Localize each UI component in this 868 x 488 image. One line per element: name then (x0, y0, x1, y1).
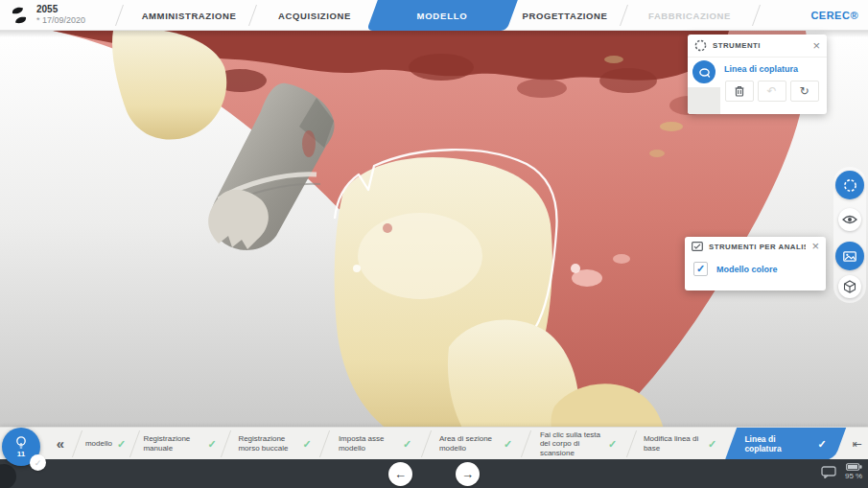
check-icon: ✓ (817, 438, 826, 451)
hint-count: 11 (17, 450, 25, 458)
chat-button[interactable] (821, 465, 836, 482)
case-date: * 17/09/2020 (36, 15, 85, 25)
model-view-button[interactable] (838, 275, 861, 298)
step-linea-di-coplatura[interactable]: Linea di coplatura ✓ (731, 428, 840, 460)
step-registrazione-manuale[interactable]: Registrazione manuale ✓ (136, 428, 223, 460)
eye-icon (842, 215, 857, 224)
step-label: Area di sezione modello (439, 434, 499, 453)
hint-check-badge[interactable]: ✓ (30, 454, 46, 471)
redo-icon: ↻ (799, 84, 809, 98)
undo-icon: ↶ (766, 84, 776, 98)
next-step-button[interactable]: → (456, 462, 480, 486)
check-icon: ✓ (504, 438, 512, 451)
tab-fabbricazione[interactable]: FABBRICAZIONE (628, 0, 751, 31)
tab-progettazione[interactable]: PROGETTAZIONE (505, 0, 624, 31)
step-modifica-linea-base[interactable]: Modifica linea di base ✓ (633, 428, 727, 460)
tab-amministrazione[interactable]: AMMINISTRAZIONE (125, 0, 253, 31)
step-label: Modifica linea di base (644, 434, 703, 453)
analysis-screen-icon (692, 242, 703, 251)
step-modello[interactable]: modello ✓ (79, 428, 132, 460)
battery-icon (846, 463, 862, 471)
check-icon: ✓ (708, 438, 716, 451)
step-registrazione-morso[interactable]: Registrazione morso buccale ✓ (227, 428, 322, 460)
case-info[interactable]: 2055 * 17/09/2020 (36, 4, 85, 25)
delete-button[interactable] (725, 81, 754, 102)
step-label: Fai clic sulla testa del corpo di scansi… (540, 430, 603, 458)
tools-icon (694, 39, 707, 52)
case-id: 2055 (36, 4, 85, 15)
tools-panel-tool-column-fill (688, 87, 720, 114)
active-tool-label[interactable]: Linea di coplatura (724, 64, 821, 74)
tools-panel-content: Linea di coplatura ↶ ↻ (720, 58, 827, 114)
margin-line-tool-icon (698, 66, 711, 79)
step-area-sezione[interactable]: Area di sezione modello ✓ (428, 428, 524, 460)
analysis-panel-title: STRUMENTI PER ANALISI IN C (709, 243, 806, 251)
check-icon: ✓ (207, 438, 216, 451)
step-label: Registrazione morso buccale (238, 434, 297, 453)
check-icon: ✓ (117, 438, 126, 451)
check-icon: ✓ (608, 438, 617, 451)
close-icon[interactable]: × (812, 41, 820, 51)
jump-to-start-button[interactable]: ⇤ (846, 428, 868, 460)
tab-acquisizione[interactable]: ACQUISIZIONE (254, 0, 375, 31)
step-label: modello (85, 439, 112, 449)
battery-indicator: 95 % (845, 463, 862, 480)
nav-separator (752, 5, 761, 26)
trash-icon (735, 85, 744, 97)
top-navigation-bar: 2055 * 17/09/2020 AMMINISTRAZIONE ACQUIS… (0, 0, 868, 31)
analysis-panel-body: ✓ Modello colore (685, 256, 826, 276)
model-color-checkbox[interactable]: ✓ (693, 262, 708, 276)
cube-icon (843, 280, 856, 293)
tools-panel-body: Linea di coplatura ↶ ↻ (688, 58, 827, 114)
margin-line-tool-button[interactable] (692, 60, 716, 83)
bottom-bar (0, 459, 868, 488)
dentsply-sirona-logo-icon (9, 5, 30, 26)
nav-separator (115, 5, 124, 26)
tool-actions: ↶ ↻ (722, 81, 821, 102)
previous-step-button[interactable]: ← (388, 462, 412, 486)
analysis-toggle-button[interactable] (835, 242, 864, 270)
step-label: Linea di coplatura (744, 434, 811, 453)
chat-bubble-icon (821, 466, 836, 478)
step-label: Imposta asse modello (339, 434, 398, 453)
model-color-label[interactable]: Modello colore (716, 265, 778, 274)
cerec-app: 2055 * 17/09/2020 AMMINISTRAZIONE ACQUIS… (0, 0, 868, 488)
step-fai-clic-testa[interactable]: Fai clic sulla testa del corpo di scansi… (528, 428, 629, 460)
step-label: Registrazione manuale (143, 434, 202, 453)
collapse-steps-button[interactable]: « (48, 427, 73, 459)
cerec-brand-label: CEREC® (810, 0, 858, 31)
tab-modello[interactable]: MODELLO (372, 0, 512, 31)
workflow-step-bar: modello ✓ Registrazione manuale ✓ Regist… (0, 427, 868, 459)
view-options-button[interactable] (838, 208, 861, 231)
battery-percent: 95 % (845, 472, 862, 480)
tools-icon (843, 178, 857, 193)
tools-panel: STRUMENTI × Linea di coplatura (688, 35, 827, 114)
analysis-panel: STRUMENTI PER ANALISI IN C × ✓ Modello c… (685, 237, 826, 290)
check-icon: ✓ (302, 438, 311, 451)
undo-button[interactable]: ↶ (758, 81, 786, 102)
lightbulb-icon (15, 436, 27, 451)
tools-toggle-button[interactable] (835, 171, 864, 199)
close-icon[interactable]: × (811, 242, 819, 251)
tools-panel-tool-column (688, 58, 720, 114)
step-imposta-asse[interactable]: Imposta asse modello ✓ (326, 428, 424, 460)
check-icon: ✓ (403, 438, 411, 451)
image-icon (843, 251, 856, 262)
tools-panel-header[interactable]: STRUMENTI × (688, 35, 827, 58)
analysis-panel-header[interactable]: STRUMENTI PER ANALISI IN C × (685, 237, 826, 256)
tools-panel-title: STRUMENTI (713, 41, 807, 50)
redo-button[interactable]: ↻ (790, 81, 819, 102)
